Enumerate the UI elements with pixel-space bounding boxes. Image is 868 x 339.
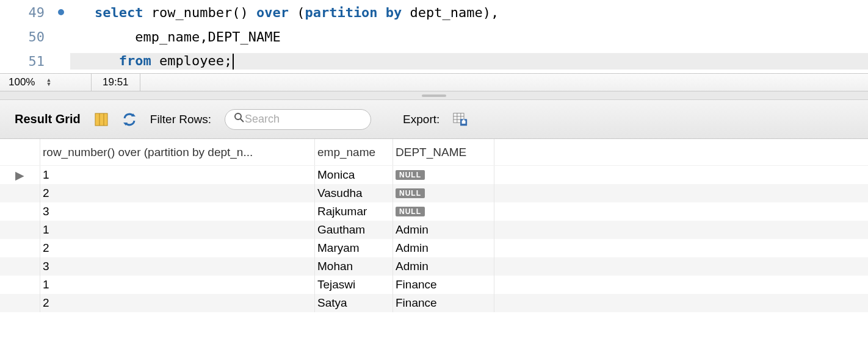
- table-cell[interactable]: Finance: [393, 294, 494, 312]
- row-gutter[interactable]: [0, 276, 40, 294]
- pane-resize-handle[interactable]: [0, 91, 868, 100]
- table-cell[interactable]: Admin: [393, 221, 494, 239]
- table-cell[interactable]: NULL: [393, 166, 494, 184]
- svg-line-6: [241, 119, 244, 122]
- refresh-icon[interactable]: [122, 112, 137, 127]
- row-gutter-header: [0, 139, 40, 165]
- table-cell[interactable]: Finance: [393, 276, 494, 294]
- code-text[interactable]: from employee;: [70, 53, 868, 70]
- table-cell[interactable]: Monica: [315, 166, 393, 184]
- table-cell[interactable]: NULL: [393, 184, 494, 202]
- null-badge: NULL: [396, 170, 425, 180]
- table-cell[interactable]: Rajkumar: [315, 202, 393, 221]
- table-cell[interactable]: Satya: [315, 294, 393, 312]
- code-line[interactable]: 50 emp_name,DEPT_NAME: [0, 24, 868, 49]
- line-number: 51: [0, 54, 52, 69]
- table-cell[interactable]: NULL: [393, 202, 494, 221]
- table-row[interactable]: 2VasudhaNULL: [0, 184, 868, 202]
- table-cell[interactable]: 1: [40, 166, 315, 184]
- line-number: 50: [0, 29, 52, 45]
- code-text[interactable]: select row_number() over (partition by d…: [70, 5, 868, 20]
- row-gutter[interactable]: [0, 221, 40, 239]
- row-gutter[interactable]: [0, 294, 40, 312]
- cursor-position: 19:51: [92, 74, 140, 91]
- table-cell[interactable]: 2: [40, 294, 315, 312]
- export-label: Export:: [403, 113, 439, 126]
- table-cell[interactable]: 2: [40, 239, 315, 257]
- stepper-icon[interactable]: ▲▼: [46, 78, 51, 87]
- null-badge: NULL: [396, 207, 425, 216]
- grid-view-icon[interactable]: [94, 112, 109, 127]
- table-cell[interactable]: 3: [40, 257, 315, 276]
- row-gutter[interactable]: [0, 202, 40, 221]
- code-line[interactable]: 49select row_number() over (partition by…: [0, 0, 868, 24]
- table-row[interactable]: 2MaryamAdmin: [0, 239, 868, 257]
- grip-icon: [422, 95, 446, 97]
- row-gutter[interactable]: [0, 184, 40, 202]
- code-text[interactable]: emp_name,DEPT_NAME: [70, 29, 868, 45]
- result-toolbar: Result Grid Filter Rows: Export:: [0, 100, 868, 139]
- table-cell[interactable]: Tejaswi: [315, 276, 393, 294]
- svg-rect-14: [463, 120, 465, 121]
- table-cell[interactable]: Mohan: [315, 257, 393, 276]
- result-grid[interactable]: row_number() over (partition by dept_n..…: [0, 139, 868, 312]
- row-gutter[interactable]: ▶: [0, 166, 40, 184]
- table-cell[interactable]: Maryam: [315, 239, 393, 257]
- table-row[interactable]: 3RajkumarNULL: [0, 202, 868, 221]
- filter-search-input[interactable]: [245, 113, 386, 126]
- current-row-icon: ▶: [15, 168, 24, 182]
- statement-marker: [52, 9, 70, 15]
- table-row[interactable]: 3MohanAdmin: [0, 257, 868, 276]
- result-grid-header: row_number() over (partition by dept_n..…: [0, 139, 868, 166]
- table-cell[interactable]: Admin: [393, 257, 494, 276]
- svg-point-5: [235, 113, 241, 120]
- table-cell[interactable]: Vasudha: [315, 184, 393, 202]
- table-cell[interactable]: Admin: [393, 239, 494, 257]
- table-row[interactable]: 1GauthamAdmin: [0, 221, 868, 239]
- column-header[interactable]: emp_name: [315, 139, 393, 165]
- table-cell[interactable]: 1: [40, 276, 315, 294]
- table-row[interactable]: ▶1MonicaNULL: [0, 166, 868, 184]
- row-gutter[interactable]: [0, 257, 40, 276]
- table-row[interactable]: 2SatyaFinance: [0, 294, 868, 312]
- column-header[interactable]: DEPT_NAME: [393, 139, 494, 165]
- text-cursor: [233, 54, 234, 70]
- table-cell[interactable]: 2: [40, 184, 315, 202]
- zoom-stepper[interactable]: 100% ▲▼: [0, 74, 92, 91]
- search-icon: [234, 112, 245, 126]
- editor-status-bar: 100% ▲▼ 19:51: [0, 73, 868, 91]
- filter-search-box[interactable]: [225, 109, 371, 130]
- filter-rows-label: Filter Rows:: [150, 113, 211, 126]
- svg-rect-0: [95, 113, 107, 126]
- column-header[interactable]: row_number() over (partition by dept_n..…: [40, 139, 315, 165]
- row-gutter[interactable]: [0, 239, 40, 257]
- table-cell[interactable]: 3: [40, 202, 315, 221]
- code-line[interactable]: 51 from employee;: [0, 49, 868, 73]
- table-row[interactable]: 1TejaswiFinance: [0, 276, 868, 294]
- sql-editor[interactable]: 49select row_number() over (partition by…: [0, 0, 868, 73]
- zoom-value: 100%: [9, 76, 35, 88]
- null-badge: NULL: [396, 188, 425, 198]
- result-grid-title: Result Grid: [15, 112, 81, 126]
- dot-icon: [58, 9, 64, 15]
- export-icon[interactable]: [453, 112, 468, 127]
- table-cell[interactable]: 1: [40, 221, 315, 239]
- line-number: 49: [0, 5, 52, 20]
- table-cell[interactable]: Gautham: [315, 221, 393, 239]
